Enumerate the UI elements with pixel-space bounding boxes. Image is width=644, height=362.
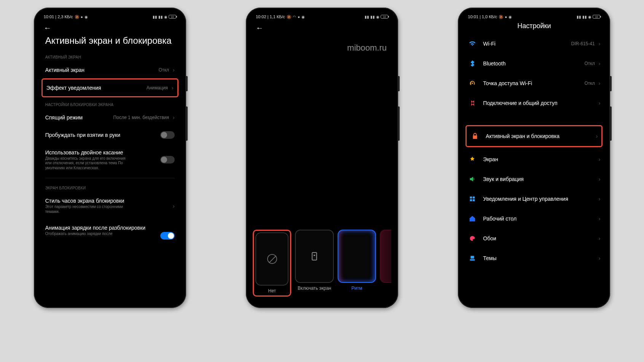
settings-row-5[interactable]: Экран› bbox=[462, 149, 606, 169]
chevron-right-icon: › bbox=[599, 216, 601, 222]
settings-icon bbox=[470, 132, 480, 141]
divider bbox=[45, 178, 175, 178]
phone-frame-3: 10:01 | 1,0 КБ/с 🔕 ● ◉ ▮▮ ▮▮ ◉ 10 Настро… bbox=[458, 8, 610, 308]
wifi-icon: ◉ bbox=[376, 15, 379, 19]
none-icon bbox=[267, 254, 277, 264]
chevron-right-icon: › bbox=[596, 133, 598, 139]
mic-icon: ● bbox=[298, 15, 300, 19]
status-time: 10:02 | 1,1 КБ/с bbox=[256, 14, 285, 19]
row-wake-on-pickup[interactable]: Пробуждать при взятии в руки bbox=[38, 126, 182, 144]
viber-icon: ◉ bbox=[509, 15, 512, 19]
settings-row-label: Wi-Fi bbox=[483, 41, 496, 47]
side-button bbox=[186, 106, 188, 141]
settings-row-label: Темы bbox=[483, 255, 496, 261]
row-sleep-mode[interactable]: Спящий режим После 1 мин. бездействия› bbox=[38, 109, 182, 126]
mute-icon: 🔕 bbox=[287, 15, 291, 19]
settings-row-label: Подключение и общий доступ bbox=[483, 100, 557, 106]
status-time: 10:01 | 1,0 КБ/с bbox=[468, 14, 497, 19]
page-title: Настройки bbox=[462, 20, 606, 34]
status-bar: 10:02 | 1,1 КБ/с 🔕 ◠ ● ◉ ▮▮ ▮▮ ◉ 10 bbox=[250, 12, 394, 20]
phone-icon bbox=[312, 252, 317, 260]
settings-row-value: Откл bbox=[584, 81, 595, 86]
effect-picker: Нет Включать экран Ритм bbox=[250, 230, 394, 303]
back-icon[interactable]: ← bbox=[44, 24, 51, 32]
side-button bbox=[186, 76, 188, 91]
row-double-tap[interactable]: Использовать двойное касание Дважды косн… bbox=[38, 144, 182, 176]
chevron-right-icon: › bbox=[599, 255, 601, 261]
settings-row-1[interactable]: BluetoothОткл› bbox=[462, 54, 606, 73]
mute-icon: 🔕 bbox=[499, 15, 503, 19]
mic-icon: ● bbox=[81, 15, 83, 19]
chevron-right-icon: › bbox=[172, 85, 174, 91]
mic-icon: ● bbox=[505, 15, 507, 19]
settings-icon bbox=[468, 98, 477, 108]
settings-row-4[interactable]: Активный экран и блокировка› bbox=[467, 126, 601, 146]
settings-icon bbox=[468, 175, 477, 184]
viber-icon: ◉ bbox=[84, 15, 88, 19]
settings-icon bbox=[468, 234, 477, 243]
effect-option-wake[interactable]: Включать экран bbox=[295, 230, 333, 291]
settings-row-value: DIR-615-41 bbox=[571, 41, 595, 46]
settings-row-label: Экран bbox=[483, 156, 498, 162]
settings-row-label: Активный экран и блокировка bbox=[486, 133, 560, 139]
chevron-right-icon: › bbox=[599, 100, 601, 106]
settings-list: Wi-FiDIR-615-41›BluetoothОткл›Точка дост… bbox=[462, 34, 606, 268]
chevron-right-icon: › bbox=[599, 196, 601, 202]
settings-row-10[interactable]: Темы› bbox=[462, 248, 606, 268]
chevron-right-icon: › bbox=[599, 60, 601, 67]
signal-icon: ▮▮ bbox=[153, 15, 157, 19]
settings-icon bbox=[468, 214, 477, 223]
side-button bbox=[398, 106, 400, 141]
signal-icon: ▮▮ bbox=[365, 15, 369, 19]
status-bar: 10:01 | 1,0 КБ/с 🔕 ● ◉ ▮▮ ▮▮ ◉ 10 bbox=[462, 12, 606, 20]
chevron-right-icon: › bbox=[599, 235, 601, 241]
battery-icon: 10 bbox=[169, 15, 176, 19]
settings-row-value: Откл bbox=[584, 61, 595, 66]
highlight-box: Активный экран и блокировка› bbox=[465, 125, 603, 147]
phone-frame-2: 10:02 | 1,1 КБ/с 🔕 ◠ ● ◉ ▮▮ ▮▮ ◉ 10 ← mi… bbox=[246, 8, 398, 308]
chevron-right-icon: › bbox=[173, 114, 175, 121]
row-notification-effect[interactable]: Эффект уведомления Анимация› bbox=[43, 79, 177, 96]
wifi-icon: ◉ bbox=[164, 15, 167, 19]
settings-row-label: Уведомления и Центр управления bbox=[483, 196, 568, 202]
effect-option-none[interactable]: Нет bbox=[253, 230, 291, 297]
battery-icon: 10 bbox=[593, 15, 600, 19]
back-icon[interactable]: ← bbox=[256, 24, 263, 32]
settings-icon bbox=[468, 194, 477, 203]
settings-row-2[interactable]: Точка доступа Wi-FiОткл› bbox=[462, 73, 606, 93]
row-clock-style[interactable]: Стиль часов экрана блокировки Этот парам… bbox=[38, 192, 182, 219]
settings-row-0[interactable]: Wi-FiDIR-615-41› bbox=[462, 34, 606, 54]
phone-frame-1: 10:01 | 2,3 КБ/с 🔕 ● ◉ ▮▮ ▮▮ ◉ 10 ← Акти… bbox=[34, 8, 186, 308]
headset-icon: ◠ bbox=[293, 15, 296, 19]
chevron-right-icon: › bbox=[173, 203, 175, 209]
settings-row-3[interactable]: Подключение и общий доступ› bbox=[462, 93, 606, 113]
status-bar: 10:01 | 2,3 КБ/с 🔕 ● ◉ ▮▮ ▮▮ ◉ 10 bbox=[38, 12, 182, 20]
watermark-text: miboom.ru bbox=[250, 35, 394, 53]
row-charge-animation[interactable]: Анимация зарядки после разблокировки Ото… bbox=[38, 219, 182, 237]
settings-row-9[interactable]: Обои› bbox=[462, 229, 606, 248]
settings-row-label: Обои bbox=[483, 235, 496, 241]
page-header: ← bbox=[250, 20, 394, 35]
toggle-switch[interactable] bbox=[160, 232, 175, 240]
settings-row-6[interactable]: Звук и вибрация› bbox=[462, 169, 606, 189]
settings-icon bbox=[468, 155, 477, 164]
section-label: НАСТРОЙКИ БЛОКИРОВКИ ЭКРАНА bbox=[38, 97, 182, 109]
chevron-right-icon: › bbox=[599, 156, 601, 162]
row-active-screen[interactable]: Активный экран Откл› bbox=[38, 62, 182, 78]
mute-icon: 🔕 bbox=[75, 15, 79, 19]
chevron-right-icon: › bbox=[599, 176, 601, 182]
settings-row-label: Рабочий стол bbox=[483, 216, 516, 222]
effect-option-rhythm[interactable]: Ритм bbox=[338, 230, 376, 291]
settings-row-7[interactable]: Уведомления и Центр управления› bbox=[462, 189, 606, 209]
page-header: ← bbox=[38, 20, 182, 35]
side-button bbox=[398, 76, 400, 91]
effect-option-extra[interactable] bbox=[380, 230, 391, 283]
wifi-icon: ◉ bbox=[588, 15, 591, 19]
side-button bbox=[610, 76, 612, 91]
settings-icon bbox=[468, 79, 477, 88]
toggle-switch[interactable] bbox=[160, 156, 175, 164]
settings-row-8[interactable]: Рабочий стол› bbox=[462, 209, 606, 229]
toggle-switch[interactable] bbox=[160, 131, 175, 139]
side-button bbox=[610, 106, 612, 141]
section-label: ЭКРАН БЛОКИРОВКИ bbox=[38, 181, 182, 192]
